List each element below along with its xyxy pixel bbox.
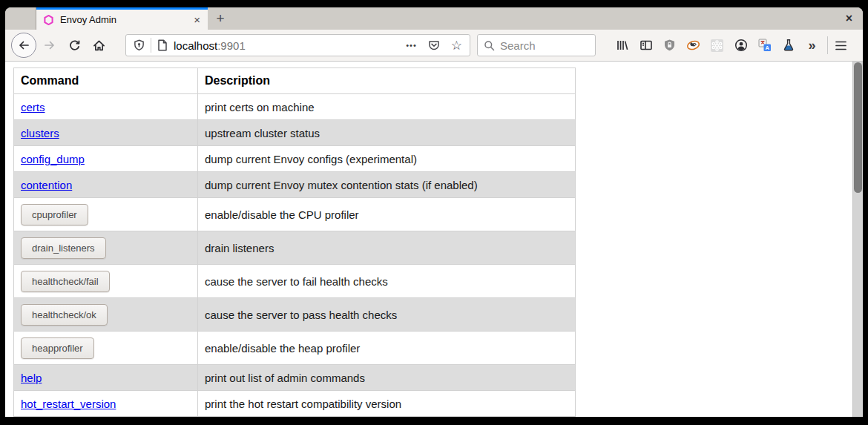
url-port: :9901	[217, 39, 246, 52]
command-link[interactable]: clusters	[21, 127, 59, 139]
command-button[interactable]: heapprofiler	[21, 337, 94, 359]
page-scrollbar[interactable]	[852, 62, 863, 417]
tab-bar: Envoy Admin × + ×	[5, 7, 863, 30]
window-close-icon[interactable]: ×	[846, 13, 852, 24]
command-link[interactable]: config_dump	[21, 153, 85, 165]
command-button[interactable]: drain_listeners	[21, 237, 106, 259]
url-text[interactable]: localhost:9901	[174, 39, 400, 52]
page-content: Command Description certs print certs on…	[5, 62, 863, 417]
page-info-icon[interactable]	[157, 39, 168, 51]
flask-extension-icon[interactable]	[781, 39, 795, 53]
new-tab-button[interactable]: +	[208, 7, 233, 30]
urlbar-divider	[151, 38, 151, 53]
command-description: enable/disable the CPU profiler	[198, 198, 576, 231]
column-header-description: Description	[198, 68, 576, 94]
sidebars-icon[interactable]	[639, 39, 653, 53]
command-description: print out list of admin commands	[198, 365, 576, 391]
bookmark-star-icon[interactable]: ☆	[451, 39, 462, 52]
command-description: cause the server to pass health checks	[198, 298, 576, 332]
cluster-extension-icon[interactable]	[710, 39, 724, 53]
overflow-chevron-icon[interactable]: »	[805, 39, 819, 53]
page-actions-icon[interactable]: •••	[406, 41, 417, 50]
search-bar[interactable]	[477, 34, 596, 56]
command-button[interactable]: healthcheck/fail	[21, 271, 110, 292]
command-description: print certs on machine	[198, 94, 576, 120]
command-link[interactable]: certs	[21, 101, 45, 113]
browser-window: Envoy Admin × + ×	[5, 7, 863, 417]
table-row: cpuprofiler enable/disable the CPU profi…	[14, 198, 576, 231]
tab-envoy-admin[interactable]: Envoy Admin ×	[36, 7, 208, 30]
table-row: contention dump current Envoy mutex cont…	[14, 172, 576, 198]
library-icon[interactable]	[615, 39, 629, 53]
table-row: config_dump dump current Envoy configs (…	[14, 146, 576, 172]
forward-button[interactable]	[39, 34, 61, 56]
translate-letter: A	[765, 45, 769, 51]
table-row: drain_listeners drain listeners	[14, 231, 576, 265]
tab-title: Envoy Admin	[60, 14, 187, 25]
back-button[interactable]	[11, 33, 36, 58]
table-row: healthcheck/ok cause the server to pass …	[14, 298, 576, 332]
search-icon	[484, 40, 495, 51]
url-host: localhost	[174, 39, 217, 52]
command-description: dump current Envoy configs (experimental…	[198, 146, 576, 172]
url-bar[interactable]: localhost:9901 ••• ☆	[125, 34, 470, 56]
command-description: dump current Envoy mutex contention stat…	[198, 172, 576, 198]
scrollbar-thumb[interactable]	[854, 62, 862, 193]
command-description: cause the server to fail health checks	[198, 265, 576, 298]
envoy-favicon-icon	[44, 15, 53, 25]
command-description: drain listeners	[198, 231, 576, 265]
command-description: enable/disable the heap profiler	[198, 332, 576, 365]
table-row: clusters upstream cluster status	[14, 120, 576, 146]
navigation-toolbar: localhost:9901 ••• ☆	[5, 30, 863, 62]
toolbar-divider	[827, 36, 828, 54]
table-row: heapprofiler enable/disable the heap pro…	[14, 332, 576, 365]
command-link[interactable]: contention	[21, 179, 72, 191]
fox-extension-icon[interactable]	[686, 39, 700, 53]
tracking-protection-shield-icon[interactable]	[134, 39, 145, 51]
command-button[interactable]: cpuprofiler	[21, 204, 88, 225]
admin-command-table: Command Description certs print certs on…	[13, 67, 576, 417]
tab-close-icon[interactable]: ×	[194, 14, 200, 25]
table-row: healthcheck/fail cause the server to fai…	[14, 265, 576, 298]
command-table-body: certs print certs on machine clusters up…	[14, 94, 576, 417]
menu-hamburger-icon[interactable]	[835, 40, 847, 51]
home-button[interactable]	[88, 34, 110, 56]
command-description: print the hot restart compatibility vers…	[198, 391, 576, 417]
account-icon[interactable]	[734, 39, 748, 53]
search-input[interactable]	[500, 39, 582, 52]
translate-extension-icon[interactable]: A	[757, 39, 772, 53]
table-row: help print out list of admin commands	[14, 365, 576, 391]
titlebar-drag-spacer	[5, 7, 36, 30]
shield-lock-extension-icon[interactable]	[662, 39, 677, 53]
reload-button[interactable]	[63, 34, 85, 56]
command-button[interactable]: healthcheck/ok	[21, 304, 108, 326]
column-header-command: Command	[14, 68, 198, 94]
table-header-row: Command Description	[14, 68, 576, 94]
command-link[interactable]: hot_restart_version	[21, 398, 116, 410]
table-row: certs print certs on machine	[14, 94, 576, 120]
command-description: upstream cluster status	[198, 120, 576, 146]
pocket-icon[interactable]	[428, 40, 440, 51]
table-row: hot_restart_version print the hot restar…	[14, 391, 576, 417]
command-link[interactable]: help	[21, 372, 42, 384]
